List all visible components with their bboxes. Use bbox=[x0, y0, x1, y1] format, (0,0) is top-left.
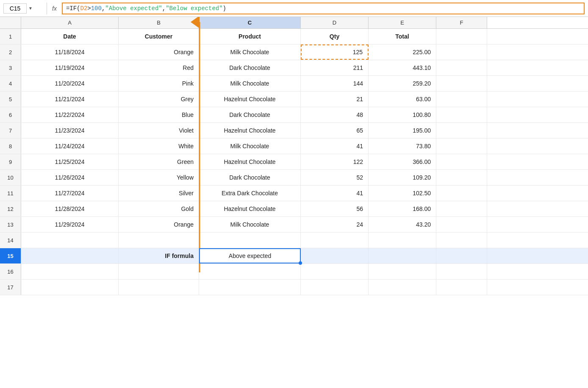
cell-D12[interactable]: 56 bbox=[301, 201, 369, 216]
cell-D4[interactable]: 144 bbox=[301, 76, 369, 91]
cell-E6[interactable]: 100.80 bbox=[369, 107, 436, 122]
cell-D10[interactable]: 52 bbox=[301, 170, 369, 185]
cell-A1[interactable]: Date bbox=[21, 29, 119, 44]
cell-D6[interactable]: 48 bbox=[301, 107, 369, 122]
cell-F1[interactable] bbox=[436, 29, 487, 44]
cell-D13[interactable]: 24 bbox=[301, 217, 369, 232]
cell-E1[interactable]: Total bbox=[369, 29, 436, 44]
cell-A3[interactable]: 11/19/2024 bbox=[21, 60, 119, 75]
cell-C14[interactable] bbox=[199, 233, 301, 248]
cell-B3[interactable]: Red bbox=[119, 60, 199, 75]
cell-C7[interactable]: Hazelnut Chocolate bbox=[199, 123, 301, 138]
cell-F17[interactable] bbox=[436, 280, 487, 295]
cell-B16[interactable] bbox=[119, 264, 199, 279]
col-header-D[interactable]: D bbox=[301, 17, 369, 28]
cell-F4[interactable] bbox=[436, 76, 487, 91]
cell-D1[interactable]: Qty bbox=[301, 29, 369, 44]
cell-E2[interactable]: 225.00 bbox=[369, 44, 436, 60]
cell-F15[interactable] bbox=[436, 248, 487, 263]
cell-B12[interactable]: Gold bbox=[119, 201, 199, 216]
cell-E13[interactable]: 43.20 bbox=[369, 217, 436, 232]
cell-F5[interactable] bbox=[436, 91, 487, 107]
cell-B2[interactable]: Orange bbox=[119, 44, 199, 60]
cell-C9[interactable]: Hazelnut Chocolate bbox=[199, 154, 301, 169]
cell-D9[interactable]: 122 bbox=[301, 154, 369, 169]
cell-C17[interactable] bbox=[199, 280, 301, 295]
cell-C10[interactable]: Dark Chocolate bbox=[199, 170, 301, 185]
cell-A2[interactable]: 11/18/2024 bbox=[21, 44, 119, 60]
cell-B14[interactable] bbox=[119, 233, 199, 248]
cell-E12[interactable]: 168.00 bbox=[369, 201, 436, 216]
cell-D7[interactable]: 65 bbox=[301, 123, 369, 138]
cell-F8[interactable] bbox=[436, 139, 487, 154]
cell-A7[interactable]: 11/23/2024 bbox=[21, 123, 119, 138]
cell-F7[interactable] bbox=[436, 123, 487, 138]
cell-A10[interactable]: 11/26/2024 bbox=[21, 170, 119, 185]
cell-reference[interactable]: C15 bbox=[3, 3, 27, 14]
col-header-E[interactable]: E bbox=[369, 17, 436, 28]
cell-A14[interactable] bbox=[21, 233, 119, 248]
cell-E17[interactable] bbox=[369, 280, 436, 295]
cell-D3[interactable]: 211 bbox=[301, 60, 369, 75]
cell-F2[interactable] bbox=[436, 44, 487, 60]
cell-E8[interactable]: 73.80 bbox=[369, 139, 436, 154]
cell-C11[interactable]: Extra Dark Chocolate bbox=[199, 186, 301, 201]
cell-A5[interactable]: 11/21/2024 bbox=[21, 91, 119, 107]
cell-B10[interactable]: Yellow bbox=[119, 170, 199, 185]
cell-A16[interactable] bbox=[21, 264, 119, 279]
col-header-F[interactable]: F bbox=[436, 17, 487, 28]
cell-B1[interactable]: Customer bbox=[119, 29, 199, 44]
cell-D17[interactable] bbox=[301, 280, 369, 295]
cell-E9[interactable]: 366.00 bbox=[369, 154, 436, 169]
cell-F16[interactable] bbox=[436, 264, 487, 279]
col-header-C[interactable]: C bbox=[199, 17, 301, 28]
cell-C3[interactable]: Dark Chocolate bbox=[199, 60, 301, 75]
cell-C15[interactable]: Above expected bbox=[199, 248, 301, 263]
cell-D11[interactable]: 41 bbox=[301, 186, 369, 201]
cell-E11[interactable]: 102.50 bbox=[369, 186, 436, 201]
cell-B17[interactable] bbox=[119, 280, 199, 295]
cell-D15[interactable] bbox=[301, 248, 369, 263]
cell-B15[interactable]: IF formula bbox=[119, 248, 199, 263]
cell-D8[interactable]: 41 bbox=[301, 139, 369, 154]
cell-F14[interactable] bbox=[436, 233, 487, 248]
cell-C8[interactable]: Milk Chocolate bbox=[199, 139, 301, 154]
cell-A17[interactable] bbox=[21, 280, 119, 295]
cell-A13[interactable]: 11/29/2024 bbox=[21, 217, 119, 232]
cell-B4[interactable]: Pink bbox=[119, 76, 199, 91]
cell-F3[interactable] bbox=[436, 60, 487, 75]
cell-D2[interactable]: 125 bbox=[301, 44, 369, 60]
cell-ref-dropdown-icon[interactable]: ▼ bbox=[28, 6, 33, 11]
cell-C6[interactable]: Dark Chocolate bbox=[199, 107, 301, 122]
cell-F10[interactable] bbox=[436, 170, 487, 185]
cell-C5[interactable]: Hazelnut Chocolate bbox=[199, 91, 301, 107]
cell-F12[interactable] bbox=[436, 201, 487, 216]
cell-B7[interactable]: Violet bbox=[119, 123, 199, 138]
cell-B13[interactable]: Orange bbox=[119, 217, 199, 232]
cell-F6[interactable] bbox=[436, 107, 487, 122]
cell-D5[interactable]: 21 bbox=[301, 91, 369, 107]
cell-A11[interactable]: 11/27/2024 bbox=[21, 186, 119, 201]
cell-C4[interactable]: Milk Chocolate bbox=[199, 76, 301, 91]
cell-E5[interactable]: 63.00 bbox=[369, 91, 436, 107]
cell-E7[interactable]: 195.00 bbox=[369, 123, 436, 138]
cell-A15[interactable] bbox=[21, 248, 119, 263]
cell-B9[interactable]: Green bbox=[119, 154, 199, 169]
cell-A4[interactable]: 11/20/2024 bbox=[21, 76, 119, 91]
cell-E15[interactable] bbox=[369, 248, 436, 263]
cell-E14[interactable] bbox=[369, 233, 436, 248]
cell-C16[interactable] bbox=[199, 264, 301, 279]
cell-E10[interactable]: 109.20 bbox=[369, 170, 436, 185]
cell-B8[interactable]: White bbox=[119, 139, 199, 154]
col-header-B[interactable]: B bbox=[119, 17, 199, 28]
cell-C13[interactable]: Milk Chocolate bbox=[199, 217, 301, 232]
cell-F9[interactable] bbox=[436, 154, 487, 169]
cell-A9[interactable]: 11/25/2024 bbox=[21, 154, 119, 169]
cell-D14[interactable] bbox=[301, 233, 369, 248]
col-header-A[interactable]: A bbox=[21, 17, 119, 28]
cell-E3[interactable]: 443.10 bbox=[369, 60, 436, 75]
cell-B6[interactable]: Blue bbox=[119, 107, 199, 122]
formula-input[interactable]: =IF(D2>100,"Above expected","Below expec… bbox=[62, 3, 585, 14]
cell-E4[interactable]: 259.20 bbox=[369, 76, 436, 91]
cell-A6[interactable]: 11/22/2024 bbox=[21, 107, 119, 122]
